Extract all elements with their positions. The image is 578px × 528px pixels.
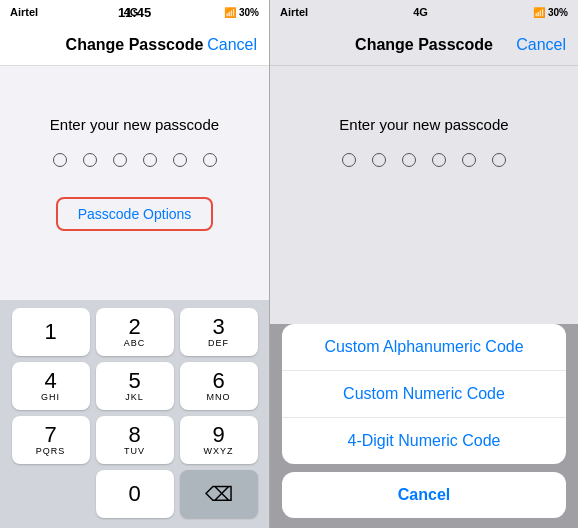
- delete-icon: ⌫: [205, 482, 233, 506]
- key-delete[interactable]: ⌫: [180, 470, 258, 518]
- passcode-options-button[interactable]: Passcode Options: [56, 197, 214, 231]
- dot-6: [203, 153, 217, 167]
- left-wifi-icon: 📶: [224, 7, 236, 18]
- right-dot-5: [462, 153, 476, 167]
- left-status-bar: Airtel 4G 11:45 📶 30%: [0, 0, 269, 24]
- left-nav-bar: Change Passcode Cancel: [0, 24, 269, 66]
- right-dot-2: [372, 153, 386, 167]
- dot-4: [143, 153, 157, 167]
- left-status-icons: 📶 30%: [224, 7, 259, 18]
- left-passcode-area: Enter your new passcode Passcode Options: [0, 66, 269, 300]
- right-network: 4G: [413, 6, 428, 18]
- key-1[interactable]: 1: [12, 308, 90, 356]
- left-time: 11:45: [118, 5, 151, 20]
- left-passcode-dots: [53, 153, 217, 167]
- action-sheet-item-0[interactable]: Custom Alphanumeric Code: [282, 324, 565, 371]
- right-passcode-prompt: Enter your new passcode: [339, 116, 508, 133]
- left-cancel-button[interactable]: Cancel: [207, 36, 257, 54]
- key-7[interactable]: 7PQRS: [12, 416, 90, 464]
- key-3[interactable]: 3DEF: [180, 308, 258, 356]
- dot-5: [173, 153, 187, 167]
- right-status-icons: 📶 30%: [533, 7, 568, 18]
- key-9[interactable]: 9WXYZ: [180, 416, 258, 464]
- action-sheet: Custom Alphanumeric Code Custom Numeric …: [282, 324, 565, 464]
- right-battery: 30%: [548, 7, 568, 18]
- left-numpad: 1 2ABC 3DEF 4GHI 5JKL 6MNO 7PQRS 8TUV 9W…: [0, 300, 269, 528]
- dot-3: [113, 153, 127, 167]
- right-cancel-button[interactable]: Cancel: [516, 36, 566, 54]
- key-5[interactable]: 5JKL: [96, 362, 174, 410]
- key-8[interactable]: 8TUV: [96, 416, 174, 464]
- key-6[interactable]: 6MNO: [180, 362, 258, 410]
- key-4[interactable]: 4GHI: [12, 362, 90, 410]
- left-battery: 30%: [239, 7, 259, 18]
- action-sheet-overlay: Custom Alphanumeric Code Custom Numeric …: [270, 324, 578, 528]
- right-nav-bar: Change Passcode Cancel: [270, 24, 578, 66]
- left-passcode-prompt: Enter your new passcode: [50, 116, 219, 133]
- key-2[interactable]: 2ABC: [96, 308, 174, 356]
- action-sheet-item-1[interactable]: Custom Numeric Code: [282, 371, 565, 418]
- right-status-bar: Airtel 4G 11:46 📶 30%: [270, 0, 578, 24]
- right-dot-3: [402, 153, 416, 167]
- key-empty: [12, 470, 90, 518]
- dot-2: [83, 153, 97, 167]
- key-0[interactable]: 0: [96, 470, 174, 518]
- dot-1: [53, 153, 67, 167]
- numpad-row-1: 1 2ABC 3DEF: [0, 308, 269, 356]
- left-nav-title: Change Passcode: [66, 36, 204, 54]
- numpad-row-2: 4GHI 5JKL 6MNO: [0, 362, 269, 410]
- right-dot-6: [492, 153, 506, 167]
- action-sheet-cancel-button[interactable]: Cancel: [282, 472, 565, 518]
- right-passcode-dots: [342, 153, 506, 167]
- right-dot-4: [432, 153, 446, 167]
- left-carrier: Airtel: [10, 6, 38, 18]
- left-phone: Airtel 4G 11:45 📶 30% Change Passcode Ca…: [0, 0, 270, 528]
- right-nav-title: Change Passcode: [355, 36, 493, 54]
- right-dot-1: [342, 153, 356, 167]
- right-wifi-icon: 📶: [533, 7, 545, 18]
- right-phone: Airtel 4G 11:46 📶 30% Change Passcode Ca…: [270, 0, 578, 528]
- numpad-row-3: 7PQRS 8TUV 9WXYZ: [0, 416, 269, 464]
- right-carrier: Airtel: [280, 6, 308, 18]
- action-sheet-item-2[interactable]: 4-Digit Numeric Code: [282, 418, 565, 464]
- numpad-row-4: 0 ⌫: [0, 470, 269, 518]
